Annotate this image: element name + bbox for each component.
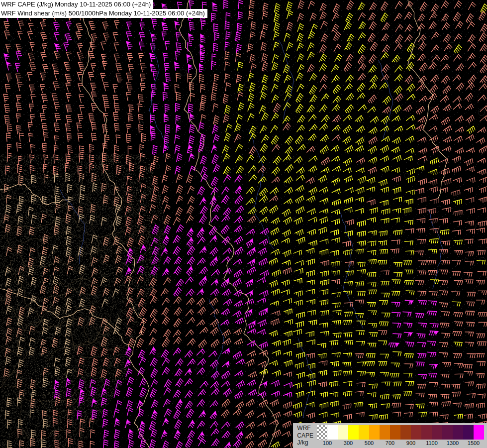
legend-swatch-row [317,425,484,440]
legend-tick-label: 700 [386,440,394,446]
legend-param-label: CAPE [297,433,313,439]
legend-swatch [380,425,390,440]
legend-tick-label: 100 [323,440,332,446]
legend-swatch [338,425,348,440]
legend-tick-label: 1300 [447,440,459,446]
legend-swatch [474,425,484,440]
legend-tick-label: 1500 [468,440,480,446]
legend-model-label: WRF [297,425,313,432]
legend-swatch [359,425,369,440]
legend-swatch [453,425,463,440]
cape-legend: WRF CAPE J/kg 10030050070090011001300150… [293,423,487,448]
wrf-weather-map-view: WRF CAPE (J/kg) Monday 10-11-2025 06:00 … [0,0,487,448]
legend-swatch [432,425,442,440]
legend-color-scale: 100300500700900110013001500 [317,425,484,447]
map-title-block: WRF CAPE (J/kg) Monday 10-11-2025 06:00 … [0,0,207,18]
legend-tick-label: 500 [365,440,374,446]
legend-tick-label: 900 [406,440,415,446]
legend-label-column: WRF CAPE J/kg [297,425,313,447]
legend-swatch [442,425,453,440]
legend-tick-label: 1100 [426,440,438,446]
map-title-cape: WRF CAPE (J/kg) Monday 10-11-2025 06:00 … [0,0,153,9]
legend-swatch [327,425,338,440]
legend-swatch [411,425,421,440]
legend-unit-label: J/kg [297,440,313,446]
map-title-windshear: WRF Wind shear (m/s) 500/1000hPa Monday … [0,9,207,18]
legend-tick-label: 300 [344,440,353,446]
legend-swatch [421,425,432,440]
legend-swatch [369,425,380,440]
legend-swatch [463,425,474,440]
legend-swatch [400,425,411,440]
legend-swatch [317,425,327,440]
legend-swatch [390,425,400,440]
legend-tick-row: 100300500700900110013001500 [317,440,484,447]
legend-swatch [348,425,359,440]
weather-map-canvas [0,0,487,448]
